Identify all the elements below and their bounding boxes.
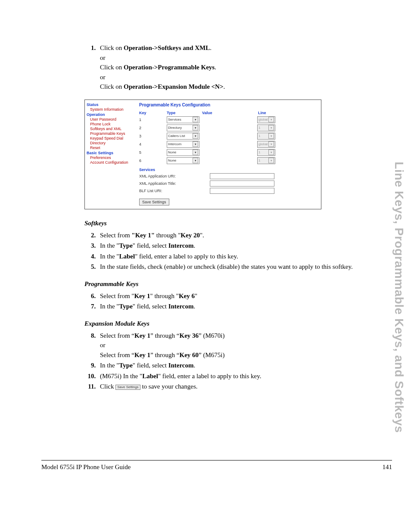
- line-select[interactable]: 1▾: [257, 157, 275, 164]
- t: ": [195, 292, 197, 299]
- footer: Model 6755i IP Phone User Guide 141: [41, 464, 392, 471]
- t: " field, select: [133, 242, 168, 249]
- t: to save your changes.: [140, 383, 198, 390]
- t: ” (M670i): [199, 332, 224, 339]
- t: Key 1: [134, 352, 150, 358]
- t: " field, select: [133, 303, 168, 310]
- chevron-down-icon: ▾: [193, 141, 198, 147]
- nav-userpw: User Password: [90, 117, 135, 121]
- type-select[interactable]: None▾: [167, 157, 199, 164]
- t: " field, enter a label to apply to this …: [135, 253, 238, 260]
- t: Select from: [100, 232, 131, 239]
- line-select[interactable]: 1▾: [257, 124, 275, 131]
- t: Intercom: [168, 242, 194, 249]
- nav-pref: Preferences: [90, 156, 135, 160]
- t: ” (M675i): [199, 352, 224, 358]
- line-select[interactable]: global▾: [257, 141, 275, 148]
- side-chapter-text: Line Keys, Programmable Keys, and Softke…: [392, 162, 406, 432]
- line-select[interactable]: 1▾: [257, 133, 275, 140]
- step-4: In the "Label" field, enter a label to a…: [97, 252, 360, 261]
- step-1-or-a: or: [100, 54, 106, 61]
- input-blf[interactable]: [210, 188, 274, 194]
- services-header: Services: [139, 168, 318, 172]
- nav-sysinfo: System Information: [90, 107, 135, 112]
- t: .: [194, 303, 196, 310]
- t: or: [100, 342, 106, 348]
- t: Type: [119, 242, 132, 249]
- type-select[interactable]: None▾: [167, 149, 199, 156]
- chevron-down-icon: ▾: [193, 125, 198, 131]
- key-row: 4Intercom▾global▾: [139, 141, 318, 148]
- subhead-softkeys: Softkeys: [84, 220, 360, 227]
- nav-keypad: Keypad Speed Dial: [90, 136, 135, 140]
- nav-softxml: Softkeys and XML: [90, 127, 135, 131]
- chevron-down-icon: ▾: [268, 117, 274, 122]
- key-row: 5None▾1▾: [139, 149, 318, 156]
- t: Select from “: [100, 352, 134, 358]
- step-1-path-c: Operation->Expansion Module <N>: [124, 83, 224, 90]
- services-row: XML Application Title:: [139, 180, 318, 187]
- step-7: In the "Type" field, select Intercom.: [97, 302, 360, 311]
- t: Key 6: [179, 292, 195, 299]
- key-number: 4: [139, 142, 167, 146]
- t: Type: [119, 362, 132, 369]
- input-xmltitle[interactable]: [210, 180, 274, 187]
- key-number: 2: [139, 126, 167, 130]
- t: Click: [100, 383, 115, 390]
- nav-basic: Basic Settings: [87, 151, 135, 155]
- input-xmluri[interactable]: [210, 173, 274, 179]
- line-select[interactable]: 1▾: [257, 149, 275, 156]
- chevron-down-icon: ▾: [268, 141, 274, 147]
- t: ” through “: [150, 332, 179, 339]
- t: Label: [142, 373, 158, 380]
- services-row: XML Application URI:: [139, 173, 318, 179]
- key-row: 2Directory▾1▾: [139, 124, 318, 131]
- t: Key 20: [181, 232, 200, 239]
- save-settings-button[interactable]: Save Settings: [139, 199, 169, 205]
- col-value: Value: [202, 111, 258, 115]
- t: In the ": [100, 253, 119, 260]
- step-1-or-b: or: [100, 74, 106, 81]
- t: Key 1: [134, 332, 150, 339]
- t: In the ": [100, 303, 119, 310]
- footer-page: 141: [383, 464, 392, 471]
- t: " field, select: [133, 362, 168, 369]
- chevron-down-icon: ▾: [268, 158, 274, 163]
- subhead-expmod: Expansion Module Keys: [84, 320, 360, 327]
- chevron-down-icon: ▾: [193, 133, 198, 139]
- nav-status: Status: [87, 103, 135, 107]
- step-1-text: Click on: [100, 44, 124, 51]
- t: "Key 1": [131, 232, 155, 239]
- line-select[interactable]: global▾: [257, 116, 275, 123]
- inline-save-button: Save Settings: [115, 385, 140, 390]
- step-1-path-b: Operation->Programmable Keys: [124, 64, 215, 71]
- col-key: Key: [139, 111, 167, 115]
- footer-rule: [41, 460, 392, 460]
- key-number: 5: [139, 150, 167, 155]
- figure-columns: Key Type Value Line: [139, 111, 318, 115]
- label-xmltitle: XML Application Title:: [139, 181, 210, 186]
- chevron-down-icon: ▾: [193, 117, 198, 122]
- col-type: Type: [167, 111, 202, 115]
- t: (M675i) In the ": [100, 373, 142, 380]
- subhead-progkeys: Programmable Keys: [84, 280, 360, 288]
- side-chapter-label: Line Keys, Programmable Keys, and Softke…: [391, 121, 407, 474]
- t: Intercom: [168, 362, 194, 369]
- key-row: 1Services▾global▾: [139, 116, 318, 123]
- t: .: [194, 242, 196, 249]
- t: Key 60: [180, 352, 199, 358]
- key-row: 6None▾1▾: [139, 157, 318, 164]
- t: Type: [119, 303, 132, 310]
- type-select[interactable]: Services▾: [167, 116, 199, 123]
- figure-programmable-keys: Status System Information Operation User…: [84, 100, 321, 209]
- type-select[interactable]: Callers List▾: [167, 133, 199, 140]
- key-number: 6: [139, 159, 167, 163]
- step-1-text-b: Click on: [100, 64, 124, 71]
- type-select[interactable]: Directory▾: [167, 124, 199, 131]
- col-line: Line: [258, 111, 277, 115]
- t: Key 36: [180, 332, 199, 339]
- step-5: In the state fields, check (enable) or u…: [97, 262, 360, 272]
- step-8: Select from “Key 1” through “Key 36” (M6…: [97, 331, 360, 360]
- t: Key 1: [134, 292, 150, 299]
- type-select[interactable]: Intercom▾: [167, 141, 199, 148]
